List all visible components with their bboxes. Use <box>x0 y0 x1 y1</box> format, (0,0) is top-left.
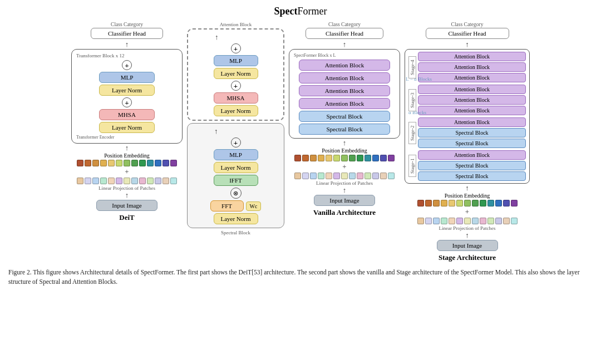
vanilla-plus-sign: + <box>342 163 346 171</box>
patch-cell <box>170 160 177 166</box>
stage1-block1: Attention Block <box>418 150 526 160</box>
vanilla-linear-proj: Linear Projection of Patches <box>316 180 373 186</box>
stage-linear-proj: Linear Projection of Patches <box>439 225 495 231</box>
spec-layernorm1: Layer Norm <box>214 162 258 173</box>
patch-cell <box>480 218 486 224</box>
stage-outer-box: Stage-4 Attention Block Attention Block … <box>405 49 530 184</box>
spec-fft-row: ⊗ <box>230 188 242 199</box>
attn-plus2: + <box>231 81 241 91</box>
spec-arrow-out: ↑ <box>214 127 218 136</box>
vanilla-spectformer-box: SpectFormer Block x L Attention Block At… <box>289 49 400 139</box>
patch-cell <box>349 155 356 161</box>
patch-cell <box>464 200 471 206</box>
main-title: SpectFormer <box>6 6 595 17</box>
stage-patches2 <box>417 218 518 224</box>
patch-cell <box>449 200 455 206</box>
patch-cell <box>357 155 363 161</box>
deit-input-img: Input Image <box>96 200 157 211</box>
stage-classifier: Classifier Head <box>426 28 509 39</box>
patch-cell <box>116 160 122 166</box>
vanilla-col: Class Category Classifier Head ↑ SpectFo… <box>289 22 400 217</box>
stage-class-label: Class Category <box>451 22 484 27</box>
stage-arrow3: ↑ <box>465 231 469 240</box>
vanilla-attn1: Attention Block <box>299 60 390 71</box>
spec-fft-wc-row: FFT Wc <box>210 200 262 211</box>
stage3-block3: Attention Block <box>418 106 526 115</box>
deit-plus-sign: + <box>125 168 129 176</box>
stage2-block1: Attention Block <box>418 117 526 127</box>
deit-plus2: + <box>122 97 132 107</box>
vanilla-pos-embed: Position Embedding <box>322 147 367 154</box>
patch-cell <box>139 160 146 166</box>
patch-cell <box>388 155 395 161</box>
deit-classifier: Classifier Head <box>91 28 163 39</box>
vanilla-attn2: Attention Block <box>299 72 390 83</box>
deit-plus1: + <box>122 60 132 70</box>
spec-layernorm2: Layer Norm <box>214 213 258 224</box>
stage4-block3: Attention Block <box>418 73 526 82</box>
attn-arrow-out: ↑ <box>215 33 219 42</box>
patch-cell <box>425 218 432 224</box>
patch-cell <box>85 178 91 184</box>
stage3-blocks: Attention Block Attention Block Attentio… <box>418 85 526 115</box>
deit-column: Class Category Classifier Head ↑ Transfo… <box>71 22 183 222</box>
patch-cell <box>131 160 138 166</box>
patch-cell <box>417 218 424 224</box>
deit-mlp: MLP <box>99 72 155 83</box>
patch-cell <box>441 200 447 206</box>
title-normal: Former <box>298 6 327 17</box>
patch-cell <box>326 173 332 179</box>
patch-cell <box>85 160 91 166</box>
stage4-label: Stage-4 <box>408 56 416 78</box>
patch-cell <box>77 178 83 184</box>
stage1-label: Stage-1 <box>408 155 416 177</box>
spec-mlp: MLP <box>214 149 258 160</box>
spectral-block-label-bot: Spectral Block <box>221 230 250 235</box>
figure-caption: Figure 2. This figure shows Architectura… <box>6 268 595 287</box>
vanilla-class-label: Class Category <box>328 22 361 27</box>
patch-cell <box>341 155 348 161</box>
spec-plus: + <box>231 137 241 147</box>
vanilla-patches2 <box>294 173 395 179</box>
patch-cell <box>294 173 301 179</box>
patch-cell <box>480 200 486 206</box>
patch-cell <box>155 160 161 166</box>
stage-bottom-label: Stage Architecture <box>439 253 496 262</box>
patch-cell <box>441 218 447 224</box>
patch-cell <box>155 178 161 184</box>
attention-block-box: ↑ + MLP Layer Norm + MHSA Layer Norm <box>187 28 284 121</box>
patch-cell <box>318 155 324 161</box>
deit-pos-embed-label: Position Embedding <box>104 153 149 159</box>
diagrams-row: Class Category Classifier Head ↑ Transfo… <box>6 22 595 262</box>
patch-cell <box>147 178 154 184</box>
deit-linear-proj: Linear Projection of Patches <box>98 185 155 191</box>
deit-transformer-box: Transformer Block x 12 + MLP Layer Norm … <box>71 49 183 144</box>
stage2-block3: Spectral Block <box>418 139 526 148</box>
patch-cell <box>310 173 317 179</box>
stage1-block2: Spectral Block <box>418 161 526 170</box>
caption-text: Figure 2. This figure shows Architectura… <box>8 269 580 285</box>
stage-input-img: Input Image <box>437 240 498 251</box>
patch-cell <box>364 155 371 161</box>
deit-mhsa: MHSA <box>99 109 155 120</box>
patch-cell <box>77 160 83 166</box>
patch-cell <box>487 200 494 206</box>
patch-cell <box>333 173 340 179</box>
patch-cell <box>341 173 348 179</box>
vanilla-block-label: SpectFormer Block x L <box>294 53 336 58</box>
stage3-block2: Attention Block <box>418 95 526 105</box>
stage-plus-sign: + <box>465 208 469 217</box>
stage2-row: Stage-2 Attention Block Spectral Block S… <box>408 117 526 148</box>
stage4-block2: Attention Block <box>418 62 526 72</box>
attn-mhsa: MHSA <box>214 92 258 104</box>
attn-layernorm1: Layer Norm <box>214 68 258 79</box>
patch-cell <box>170 178 177 184</box>
spectral-block-box: ↑ + MLP Layer Norm IFFT ⊗ FFT Wc Layer N… <box>187 123 284 228</box>
spec-wc: Wc <box>246 201 262 211</box>
vanilla-arrow1: ↑ <box>343 40 347 49</box>
patch-cell <box>139 178 146 184</box>
patch-cell <box>456 200 463 206</box>
patch-cell <box>388 173 395 179</box>
deit-patches2 <box>77 178 177 184</box>
attn-layernorm2: Layer Norm <box>214 105 258 116</box>
